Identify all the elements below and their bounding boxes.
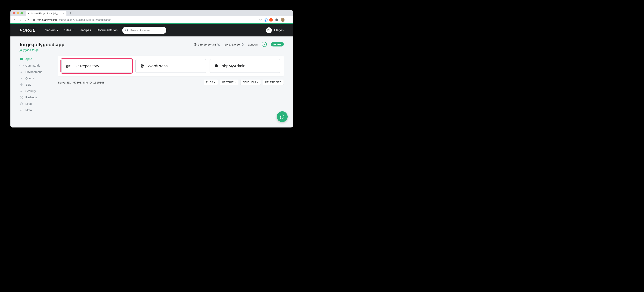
sidebar-item-security[interactable]: Security bbox=[20, 88, 52, 94]
onepassword-icon[interactable]: 1 bbox=[264, 18, 268, 22]
tab-title: Laravel Forge | forge.jollygood bbox=[31, 12, 61, 15]
url-path: /servers/457363/sites/1315368#/applicati… bbox=[59, 18, 111, 21]
search-input[interactable] bbox=[130, 28, 164, 32]
wordpress-card[interactable]: WordPress bbox=[136, 59, 206, 73]
caret-up-icon: ▴ bbox=[257, 81, 258, 84]
self-help-button[interactable]: SELF HELP ▴ bbox=[240, 80, 261, 85]
sidebar-item-label: SSL bbox=[26, 83, 31, 86]
wordpress-icon bbox=[140, 64, 145, 68]
sidebar-item-ssl[interactable]: SSL bbox=[20, 81, 52, 88]
sidebar-item-label: Commands bbox=[26, 64, 40, 67]
git-repository-card[interactable]: git Git Repository bbox=[62, 59, 132, 73]
window-minimize[interactable] bbox=[16, 12, 19, 14]
content-row: Apps < > Commands Environment Queue SSL bbox=[20, 56, 284, 113]
chat-fab[interactable] bbox=[277, 111, 288, 122]
nav-sites[interactable]: Sites▼ bbox=[64, 28, 74, 32]
svg-point-0 bbox=[126, 29, 128, 31]
svg-point-4 bbox=[21, 78, 22, 79]
sidebar-item-label: Logs bbox=[26, 102, 32, 105]
forward-button[interactable] bbox=[18, 17, 24, 22]
server-link[interactable]: jollygood-forge bbox=[20, 48, 64, 51]
extensions-puzzle-icon[interactable] bbox=[274, 17, 279, 22]
menu-icon[interactable]: ⋮ bbox=[286, 17, 291, 22]
sidebar-item-label: Security bbox=[26, 89, 36, 93]
sidebar-item-label: Queue bbox=[26, 77, 34, 80]
git-icon: git bbox=[66, 64, 71, 68]
search-box[interactable] bbox=[122, 27, 166, 34]
logs-icon bbox=[20, 102, 23, 105]
site-domain: forge.jollygood.app bbox=[20, 42, 64, 47]
caret-up-icon: ▴ bbox=[214, 81, 215, 84]
star-icon[interactable]: ☆ bbox=[258, 17, 263, 22]
caret-down-icon: ▼ bbox=[56, 29, 58, 31]
sidebar-item-queue[interactable]: Queue bbox=[20, 75, 52, 81]
public-ip: 139.59.164.83 bbox=[194, 43, 220, 46]
app-header: FORGE Servers▼ Sites▼ Recipes Documentat… bbox=[10, 24, 293, 36]
reload-button[interactable] bbox=[24, 17, 30, 22]
nav-documentation[interactable]: Documentation bbox=[97, 28, 118, 32]
caret-up-icon: ▴ bbox=[234, 81, 236, 84]
user-avatar: EL bbox=[266, 27, 272, 33]
sidebar-item-label: Apps bbox=[26, 57, 32, 61]
sidebar-item-label: Meta bbox=[26, 108, 32, 112]
caret-down-icon: ▼ bbox=[72, 29, 74, 31]
app-selector-panel: git Git Repository WordPress phpMyAdmi bbox=[58, 56, 284, 76]
url-field[interactable]: forge.laravel.com/servers/457363/sites/1… bbox=[30, 18, 258, 21]
meta-icon bbox=[20, 109, 23, 112]
action-buttons: FILES ▴ RESTART ▴ SELF HELP ▴ DELETE SIT… bbox=[204, 80, 284, 85]
sidebar-item-label: Redirects bbox=[26, 96, 38, 99]
logo[interactable]: FORGE bbox=[20, 28, 36, 33]
nav-recipes[interactable]: Recipes bbox=[80, 28, 91, 32]
delete-site-button[interactable]: DELETE SITE bbox=[263, 80, 284, 85]
address-bar: forge.laravel.com/servers/457363/sites/1… bbox=[10, 16, 293, 23]
sidebar-item-redirects[interactable]: Redirects bbox=[20, 94, 52, 101]
url-host: forge.laravel.com bbox=[37, 18, 58, 21]
sidebar-item-commands[interactable]: < > Commands bbox=[20, 62, 52, 69]
phpmyadmin-card[interactable]: phpMyAdmin bbox=[210, 59, 280, 73]
apps-icon bbox=[20, 57, 23, 61]
lock-icon bbox=[33, 18, 35, 21]
user-area[interactable]: EL Elegon bbox=[266, 27, 284, 33]
environment-icon bbox=[20, 70, 23, 73]
site-header: forge.jollygood.app jollygood-forge 139.… bbox=[20, 42, 284, 51]
footer-row: Server ID: 457363, Site ID: 1315368 FILE… bbox=[58, 80, 284, 85]
sidebar-item-logs[interactable]: Logs bbox=[20, 101, 52, 107]
extension-orange-icon[interactable]: + bbox=[269, 17, 273, 22]
nav-menu: Servers▼ Sites▼ Recipes Documentation bbox=[45, 28, 118, 32]
redirects-icon bbox=[20, 96, 23, 99]
card-label: phpMyAdmin bbox=[222, 64, 246, 68]
svg-rect-5 bbox=[20, 91, 22, 92]
status-badge: READY bbox=[271, 42, 284, 46]
restart-button[interactable]: RESTART ▴ bbox=[220, 80, 238, 85]
nav-servers[interactable]: Servers▼ bbox=[45, 28, 58, 32]
copy-icon[interactable] bbox=[241, 43, 244, 46]
window-close[interactable] bbox=[13, 12, 15, 14]
tab-bar: F Laravel Forge | forge.jollygood × + bbox=[10, 10, 293, 16]
site-meta: 139.59.164.83 10.131.0.26 London bbox=[194, 42, 284, 47]
new-tab-button[interactable]: + bbox=[68, 10, 74, 16]
sidebar: Apps < > Commands Environment Queue SSL bbox=[20, 56, 52, 113]
open-site-button[interactable] bbox=[262, 42, 267, 47]
files-button[interactable]: FILES ▴ bbox=[204, 80, 218, 85]
search-icon bbox=[125, 28, 128, 32]
svg-point-10 bbox=[21, 103, 22, 104]
window-maximize[interactable] bbox=[20, 12, 23, 14]
sidebar-item-apps[interactable]: Apps bbox=[20, 56, 52, 62]
sidebar-item-meta[interactable]: Meta bbox=[20, 107, 52, 113]
back-button[interactable] bbox=[12, 17, 18, 22]
sidebar-item-environment[interactable]: Environment bbox=[20, 69, 52, 75]
svg-line-8 bbox=[20, 96, 21, 97]
profile-avatar-icon[interactable] bbox=[280, 17, 285, 22]
close-tab-icon[interactable]: × bbox=[62, 12, 64, 15]
sidebar-item-label: Environment bbox=[26, 70, 42, 73]
private-ip: 10.131.0.26 bbox=[224, 43, 244, 46]
svg-rect-3 bbox=[242, 44, 244, 45]
svg-line-1 bbox=[127, 31, 128, 31]
traffic-lights bbox=[13, 12, 23, 14]
server-site-ids: Server ID: 457363, Site ID: 1315368 bbox=[58, 81, 105, 84]
card-label: WordPress bbox=[148, 64, 168, 68]
copy-icon[interactable] bbox=[218, 43, 220, 46]
browser-window: F Laravel Forge | forge.jollygood × + fo… bbox=[10, 10, 293, 128]
region: London bbox=[248, 43, 258, 46]
browser-tab[interactable]: F Laravel Forge | forge.jollygood × bbox=[26, 11, 66, 16]
